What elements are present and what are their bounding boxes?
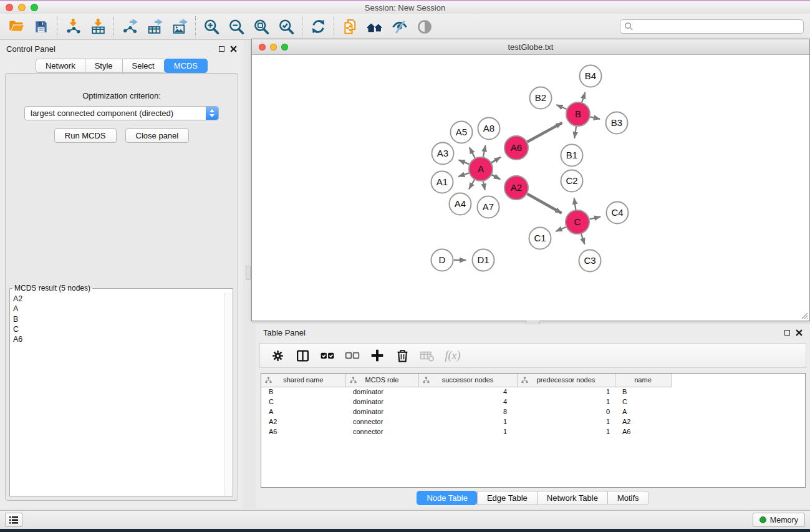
select-all-button[interactable] <box>316 345 339 366</box>
graph-node-C2[interactable]: C2 <box>561 170 583 192</box>
graph-edge-B-B4[interactable] <box>582 92 585 102</box>
graph-node-B2[interactable]: B2 <box>530 87 552 109</box>
hide-details-button[interactable] <box>387 16 412 38</box>
graph-edge-A-A4[interactable] <box>469 180 475 189</box>
tab-motifs[interactable]: Motifs <box>607 491 649 505</box>
graph-node-D[interactable]: D <box>432 249 453 271</box>
export-network-button[interactable] <box>117 16 142 38</box>
float-panel-icon[interactable] <box>219 46 224 52</box>
table-row[interactable]: Cdominator41C <box>261 397 671 407</box>
import-table-button[interactable] <box>85 16 110 38</box>
graph-node-A6[interactable]: A6 <box>504 136 528 160</box>
memory-button[interactable]: Memory <box>753 513 805 527</box>
col-shared-name[interactable]: shared name <box>261 374 345 387</box>
graph-edge-C-C1[interactable] <box>556 227 566 231</box>
zoom-out-button[interactable] <box>224 16 249 38</box>
delete-column-button[interactable] <box>391 345 413 366</box>
col-mcds-role[interactable]: MCDS role <box>345 374 418 387</box>
export-image-button[interactable] <box>167 16 192 38</box>
mcds-result-item[interactable]: B <box>10 314 224 324</box>
col-successor-nodes[interactable]: successor nodes <box>418 374 517 387</box>
export-table-button[interactable] <box>142 16 167 38</box>
vertical-split-handle[interactable] <box>246 266 251 280</box>
table-settings-button[interactable] <box>266 345 289 366</box>
network-window-titlebar[interactable]: testGlobe.txt <box>252 39 809 55</box>
col-predecessor-nodes[interactable]: predecessor nodes <box>517 374 615 387</box>
tab-network[interactable]: Network <box>36 59 85 73</box>
graph-edge-C-C4[interactable] <box>589 216 600 219</box>
network-canvas[interactable]: AA1A2A3A4A5A6A7A8BB1B2B3B4CC1C2C3C4DD1 <box>252 55 809 321</box>
zoom-fit-button[interactable] <box>249 16 274 38</box>
houses-button[interactable] <box>362 16 387 38</box>
graph-edge-A-A6[interactable] <box>491 157 501 163</box>
resize-grip-icon[interactable] <box>799 311 808 319</box>
tab-style[interactable]: Style <box>85 59 122 73</box>
task-history-button[interactable] <box>5 513 22 527</box>
save-session-button[interactable] <box>29 16 54 38</box>
graph-node-C3[interactable]: C3 <box>579 250 601 272</box>
graph-edge-C-C3[interactable] <box>581 234 584 244</box>
col-name[interactable]: name <box>615 374 671 387</box>
graph-edge-A-A2[interactable] <box>492 175 501 179</box>
graph-edge-B-B1[interactable] <box>574 127 576 138</box>
table-row[interactable]: A6connector11A6 <box>261 427 671 437</box>
graph-edge-A2-C[interactable] <box>527 194 561 213</box>
graph-edge-B-B3[interactable] <box>591 117 600 119</box>
import-network-button[interactable] <box>60 16 85 38</box>
delete-table-button[interactable] <box>416 345 438 366</box>
show-columns-button[interactable] <box>291 345 314 366</box>
tab-mcds[interactable]: MCDS <box>164 59 208 73</box>
close-panel-button[interactable]: Close panel <box>125 128 190 143</box>
search-input[interactable] <box>620 19 804 34</box>
graph-node-A3[interactable]: A3 <box>432 143 454 165</box>
graph-edge-A-A1[interactable] <box>458 173 469 177</box>
graph-edge-A6-B[interactable] <box>528 123 562 142</box>
float-table-panel-icon[interactable] <box>784 330 790 336</box>
table-row[interactable]: Adominator80A <box>261 407 671 417</box>
graph-node-B4[interactable]: B4 <box>580 65 602 87</box>
graph-node-A7[interactable]: A7 <box>478 196 499 218</box>
clone-network-button[interactable] <box>337 16 362 38</box>
zoom-selected-button[interactable] <box>274 16 299 38</box>
graph-node-B1[interactable]: B1 <box>561 145 583 167</box>
deselect-all-button[interactable] <box>341 345 364 366</box>
mcds-result-item[interactable]: C <box>10 324 224 334</box>
mcds-result-item[interactable]: A6 <box>10 334 224 344</box>
graph-node-C4[interactable]: C4 <box>607 202 629 224</box>
mcds-result-scrollbar[interactable] <box>224 293 233 496</box>
add-column-button[interactable] <box>366 345 388 366</box>
graph-node-B3[interactable]: B3 <box>606 112 628 134</box>
optimization-criterion-select[interactable]: largest connected component (directed) <box>24 106 219 120</box>
tab-select[interactable]: Select <box>122 59 164 73</box>
graph-node-A[interactable]: A <box>469 157 493 181</box>
mcds-result-item[interactable]: A2 <box>10 294 224 304</box>
graph-node-A5[interactable]: A5 <box>451 122 473 143</box>
graph-node-D1[interactable]: D1 <box>473 249 494 271</box>
refresh-button[interactable] <box>306 16 330 38</box>
open-session-button[interactable] <box>4 16 29 38</box>
function-builder-button[interactable]: f(x) <box>441 345 463 366</box>
graph-node-A8[interactable]: A8 <box>478 118 500 140</box>
graph-node-A2[interactable]: A2 <box>504 176 528 200</box>
close-table-panel-icon[interactable] <box>796 329 803 336</box>
graph-edge-A-A7[interactable] <box>483 181 485 190</box>
tab-network-table[interactable]: Network Table <box>537 491 607 505</box>
zoom-in-button[interactable] <box>199 16 224 38</box>
graph-node-A4[interactable]: A4 <box>450 193 471 215</box>
close-panel-icon[interactable] <box>230 46 237 52</box>
graph-edge-A-A8[interactable] <box>483 145 486 157</box>
tab-edge-table[interactable]: Edge Table <box>477 491 537 505</box>
graph-node-A1[interactable]: A1 <box>432 172 453 193</box>
graph-node-B[interactable]: B <box>566 102 590 126</box>
graph-edge-C-C2[interactable] <box>574 198 576 210</box>
graph-edge-B-B2[interactable] <box>556 105 566 109</box>
graph-edge-A-A5[interactable] <box>470 147 475 158</box>
show-details-button[interactable] <box>412 16 437 38</box>
table-row[interactable]: Bdominator41B <box>261 387 671 397</box>
table-row[interactable]: A2connector11A2 <box>261 417 671 427</box>
graph-node-C[interactable]: C <box>566 210 589 234</box>
mcds-result-item[interactable]: A <box>10 304 224 314</box>
graph-node-C1[interactable]: C1 <box>529 228 551 249</box>
tab-node-table[interactable]: Node Table <box>417 491 477 505</box>
run-mcds-button[interactable]: Run MCDS <box>54 128 117 143</box>
